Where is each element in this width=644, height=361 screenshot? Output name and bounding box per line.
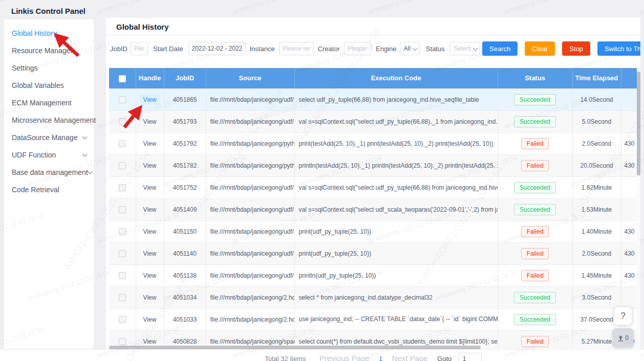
status-cell: Succeeded — [498, 88, 572, 110]
row-checkbox[interactable] — [119, 316, 126, 323]
sidebar-item[interactable]: Global History — [4, 25, 94, 42]
chevron-down-icon — [83, 137, 87, 139]
status-badge: Failed — [521, 226, 549, 237]
row-checkbox[interactable] — [119, 294, 126, 301]
jobid-cell: 4051792 — [164, 132, 206, 154]
sidebar-item[interactable]: Global Variables — [4, 77, 94, 94]
engine-select-value: All — [404, 45, 411, 52]
row-checkbox[interactable] — [119, 272, 126, 279]
page-title: Global History — [116, 22, 169, 31]
time-elapsed-cell: 1.45Minute — [572, 264, 621, 286]
instance-input[interactable] — [279, 42, 314, 55]
sidebar-item[interactable]: Resource Manager — [4, 42, 94, 59]
search-button[interactable]: Search — [482, 41, 518, 56]
row-checkbox[interactable] — [119, 250, 126, 257]
help-button[interactable]: ? — [614, 307, 632, 325]
jobid-input[interactable] — [131, 42, 148, 55]
chevron-down-icon — [83, 154, 87, 156]
view-link[interactable]: View — [140, 95, 160, 105]
error-code-cell: 430 — [621, 154, 637, 176]
table-row: View 4051150 file:///mnt/bdap/janicegong… — [109, 220, 637, 242]
table-row: View 4051033 file:///mnt/bdap/janicegong… — [109, 308, 637, 330]
sidebar-item[interactable]: Settings — [4, 59, 94, 77]
switch-admin-view-button[interactable]: Switch to The Admin View — [597, 41, 640, 56]
select-all-checkbox[interactable] — [119, 75, 126, 82]
vertical-scrollbar-thumb[interactable] — [637, 72, 640, 175]
view-link[interactable]: View — [143, 272, 157, 279]
source-cell: file:///mnt/bdap/janicegong/udf/... — [206, 198, 294, 220]
history-table-body: View 4051865 file:///mnt/bdap/janicegong… — [109, 88, 637, 349]
jobid-cell: 4051409 — [164, 198, 206, 220]
row-select-cell — [109, 264, 136, 286]
sidebar-item[interactable]: Base data management — [4, 164, 94, 181]
row-select-cell — [109, 154, 136, 176]
row-select-cell — [109, 132, 136, 154]
sidebar-item[interactable]: UDF Function — [4, 146, 94, 164]
sidebar-item-label: Global History — [12, 29, 57, 37]
source-cell: file:///mnt/bdap/janicegong/2.hq... — [206, 308, 294, 330]
view-link[interactable]: View — [143, 228, 157, 235]
row-checkbox[interactable] — [119, 184, 126, 191]
table-row: View 4051792 file:///mnt/bdap/janicegong… — [109, 132, 637, 154]
view-link[interactable]: View — [143, 316, 157, 323]
view-link[interactable]: View — [143, 250, 157, 257]
row-checkbox[interactable] — [119, 206, 126, 213]
next-page-button[interactable]: Next Page — [392, 354, 428, 361]
sidebar-item[interactable]: ECM Management — [4, 94, 94, 111]
horizontal-scrollbar-thumb[interactable] — [109, 346, 481, 349]
row-checkbox[interactable] — [119, 338, 126, 345]
status-cell: Succeeded — [498, 198, 572, 220]
status-badge: Failed — [521, 248, 549, 259]
creator-input[interactable] — [344, 42, 372, 55]
view-link[interactable]: View — [143, 206, 157, 213]
sidebar-nav: Global History Resource Manager Settings… — [4, 19, 94, 198]
previous-page-button[interactable]: Previous Page — [319, 354, 370, 361]
view-link[interactable]: View — [143, 294, 157, 301]
status-cell: Succeeded — [498, 286, 572, 308]
back-to-top-count: 0 — [625, 334, 629, 342]
row-checkbox[interactable] — [119, 118, 126, 125]
status-cell: Failed — [498, 242, 572, 264]
status-label: Status — [426, 45, 445, 53]
status-select[interactable]: Select — [450, 42, 480, 55]
sidebar-item[interactable]: DataSource Manage — [4, 129, 94, 146]
error-code-cell — [621, 110, 637, 132]
status-badge: Succeeded — [514, 314, 556, 325]
view-link[interactable]: View — [143, 118, 157, 125]
view-link[interactable]: View — [143, 140, 157, 147]
handle-cell: View — [136, 308, 164, 330]
sidebar-item-label: Code Retrieval — [12, 186, 59, 194]
error-code-cell: 430 — [621, 220, 637, 242]
execution-code-cell: println(udf_py_tuple(25, 10)) — [294, 264, 498, 286]
view-link[interactable]: View — [143, 184, 157, 191]
stop-button[interactable]: Stop — [562, 41, 590, 56]
view-link[interactable]: View — [143, 162, 157, 169]
table-row: View 4051409 file:///mnt/bdap/janicegong… — [109, 198, 637, 220]
row-select-cell — [109, 286, 136, 308]
current-page-number[interactable]: 1 — [379, 355, 382, 361]
date-range-input[interactable] — [188, 42, 246, 55]
handle-cell: View — [136, 88, 164, 110]
row-checkbox[interactable] — [119, 162, 126, 169]
back-to-top-button[interactable]: 0 — [612, 328, 634, 348]
status-badge: Succeeded — [514, 94, 556, 105]
view-link[interactable]: View — [143, 338, 157, 345]
error-code-cell: 430 — [621, 132, 637, 154]
row-checkbox[interactable] — [119, 140, 126, 147]
status-cell: Failed — [498, 154, 572, 176]
engine-select[interactable]: All — [400, 42, 420, 55]
time-elapsed-cell: 1.62Minute — [572, 176, 621, 198]
row-checkbox[interactable] — [119, 228, 126, 235]
engine-label: Engine — [376, 45, 396, 53]
header-handle: Handle — [136, 68, 164, 88]
clear-button[interactable]: Clear — [525, 41, 555, 56]
filter-bar: JobID Start Date Instance Creator Engine… — [110, 41, 637, 56]
jobid-cell: 4051793 — [164, 110, 206, 132]
status-select-value: Select — [454, 45, 471, 52]
row-checkbox[interactable] — [119, 96, 126, 103]
sidebar-item[interactable]: Microservice Management — [4, 111, 94, 129]
row-select-cell — [109, 220, 136, 242]
sidebar-item[interactable]: Code Retrieval — [4, 181, 94, 198]
goto-page-input[interactable] — [458, 353, 482, 361]
handle-cell: View — [136, 154, 164, 176]
